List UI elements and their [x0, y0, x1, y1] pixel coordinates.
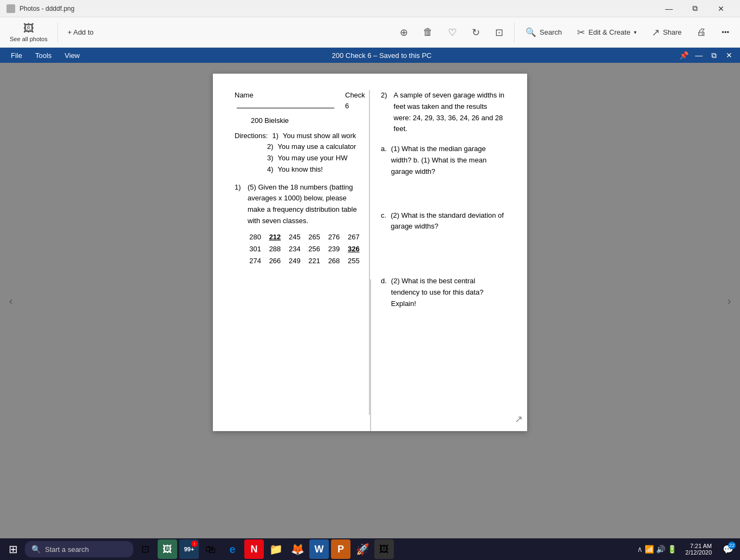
edit-create-label: Edit & Create [588, 28, 630, 36]
prev-arrow[interactable]: ‹ [0, 63, 22, 538]
search-label: Search [540, 28, 562, 36]
photos-app-icon: 🖼 [163, 544, 172, 555]
add-to-label: + Add to [68, 28, 94, 36]
student-name: 200 Bielskie [251, 115, 363, 126]
store-icon: 🛍 [205, 543, 216, 556]
favorite-button[interactable]: ♡ [442, 22, 463, 43]
taskbar: ⊞ 🔍 Start a search ⊡ 🖼 99+ ! 🛍 e N 📁 🦊 W… [0, 538, 740, 560]
speaker-icon[interactable]: 🔊 [656, 545, 665, 554]
dir-4: 4) You know this! [235, 164, 363, 175]
q2-header: 2) A sample of seven garage widths in fe… [381, 90, 505, 135]
main-area: ‹ Name Check 6 200 Bielskie Directions: … [0, 63, 740, 538]
search-icon: 🔍 [525, 27, 536, 37]
crop-icon: ⊡ [495, 27, 503, 38]
start-icon: ⊞ [9, 543, 18, 556]
share-icon: ↗ [652, 27, 660, 38]
badge-number: ! [191, 541, 198, 547]
page-left: Name Check 6 200 Bielskie Directions: 1)… [235, 90, 370, 415]
photos-icon: 🖼 [23, 22, 34, 35]
app-icon [7, 4, 15, 13]
taskbar-app-gallery[interactable]: 🖼 [374, 539, 394, 559]
dir-3: 3) You may use your HW [235, 153, 363, 164]
more-icon: ••• [722, 28, 729, 36]
num-row-2: 301 288 234 256 239 326 [245, 243, 363, 255]
document-container: Name Check 6 200 Bielskie Directions: 1)… [22, 63, 718, 538]
battery-icon[interactable]: 🔋 [667, 545, 677, 554]
taskbar-app-firefox[interactable]: 🦊 [288, 539, 307, 559]
q1-text: 1) (5) Given the 18 numbers (batting ave… [235, 182, 363, 227]
dir-header: Directions: 1) You must show all work [235, 131, 363, 142]
taskbar-app-explorer[interactable]: 📁 [266, 539, 285, 559]
taskbar-app-rocket[interactable]: 🚀 [353, 539, 372, 559]
num-row-1: 280 212 245 265 276 267 [245, 231, 363, 243]
edit-create-button[interactable]: ✂ Edit & Create ▾ [570, 22, 642, 43]
taskbar-app-badge[interactable]: 99+ ! [179, 539, 199, 559]
see-all-photos-label: See all photos [10, 36, 48, 42]
rotate-icon: ↻ [472, 27, 480, 38]
word-icon: W [315, 544, 324, 555]
date-display: 2/12/2020 [685, 549, 712, 556]
delete-icon: 🗑 [423, 27, 433, 38]
notification-button[interactable]: 💬 22 [718, 539, 738, 559]
check-label: Check 6 [345, 90, 365, 111]
taskbar-clock[interactable]: 7:21 AM 2/12/2020 [681, 543, 716, 556]
crop-button[interactable]: ⊡ [489, 22, 510, 43]
print-icon: 🖨 [697, 27, 706, 38]
rocket-icon: 🚀 [356, 543, 369, 556]
chevron-down-icon: ▾ [634, 29, 637, 35]
taskbar-app-store[interactable]: 🛍 [201, 539, 220, 559]
num-row-3: 274 266 249 221 268 255 [245, 255, 363, 267]
question-1: 1) (5) Given the 18 numbers (batting ave… [235, 182, 363, 267]
menu-file[interactable]: File [4, 49, 29, 62]
numbers-table: 280 212 245 265 276 267 301 288 234 256 [245, 231, 363, 267]
menu-bar-right: 📌 — ⧉ ✕ [677, 49, 736, 61]
close-button[interactable]: ✕ [709, 0, 733, 17]
zoom-in-button[interactable]: ⊕ [393, 22, 414, 43]
delete-button[interactable]: 🗑 [417, 22, 439, 43]
wifi-icon[interactable]: 📶 [645, 545, 654, 554]
see-all-photos-button[interactable]: 🖼 See all photos [4, 19, 53, 45]
toolbar-right: ⊕ 🗑 ♡ ↻ ⊡ 🔍 Search ✂ Edit & Create ▾ ↗ S… [393, 22, 736, 43]
share-label: Share [663, 28, 682, 36]
powerpoint-icon: P [337, 544, 344, 555]
taskbar-search[interactable]: 🔍 Start a search [25, 541, 133, 557]
start-button[interactable]: ⊞ [2, 538, 24, 560]
taskbar-app-photos[interactable]: 🖼 [158, 539, 177, 559]
search-button[interactable]: 🔍 Search [519, 22, 568, 43]
system-icons: ∧ 📶 🔊 🔋 [635, 545, 679, 554]
pin-icon[interactable]: 📌 [677, 49, 690, 61]
maximize-button[interactable]: ⧉ [683, 0, 707, 17]
edge-icon: e [229, 543, 235, 556]
directions: Directions: 1) You must show all work 2)… [235, 131, 363, 175]
task-view-button[interactable]: ⊡ [134, 538, 156, 560]
taskbar-app-netflix[interactable]: N [244, 539, 264, 559]
netflix-icon: N [251, 544, 258, 555]
menu-title: 200 Check 6 – Saved to this PC [86, 51, 677, 60]
menu-view[interactable]: View [58, 49, 86, 62]
menubar-restore[interactable]: ⧉ [707, 49, 720, 61]
page-right: 2) A sample of seven garage widths in fe… [370, 90, 505, 415]
notification-badge: 22 [728, 542, 736, 549]
taskbar-app-powerpoint[interactable]: P [331, 539, 350, 559]
chevron-up-icon[interactable]: ∧ [637, 545, 642, 554]
title-bar: Photos - ddddf.png — ⧉ ✕ [0, 0, 740, 17]
minimize-button[interactable]: — [657, 0, 681, 17]
add-to-button[interactable]: + Add to [62, 19, 99, 45]
more-button[interactable]: ••• [715, 22, 736, 43]
menubar-close[interactable]: ✕ [723, 49, 736, 61]
rotate-button[interactable]: ↻ [465, 22, 486, 43]
print-button[interactable]: 🖨 [690, 22, 713, 43]
explorer-icon: 📁 [269, 543, 283, 556]
resize-handle[interactable]: ↗ [515, 412, 523, 427]
menubar-minimize[interactable]: — [692, 49, 705, 61]
title-bar-controls: — ⧉ ✕ [657, 0, 733, 17]
share-button[interactable]: ↗ Share [645, 22, 689, 43]
toolbar: 🖼 See all photos + Add to ⊕ 🗑 ♡ ↻ ⊡ 🔍 Se… [0, 17, 740, 48]
taskbar-app-word[interactable]: W [309, 539, 329, 559]
q2-part-c: c. (2) What is the standard deviation of… [381, 210, 505, 233]
gallery-icon: 🖼 [379, 544, 389, 555]
menu-tools[interactable]: Tools [29, 49, 58, 62]
task-view-icon: ⊡ [141, 543, 150, 555]
next-arrow[interactable]: › [718, 63, 740, 538]
taskbar-app-edge[interactable]: e [223, 539, 242, 559]
